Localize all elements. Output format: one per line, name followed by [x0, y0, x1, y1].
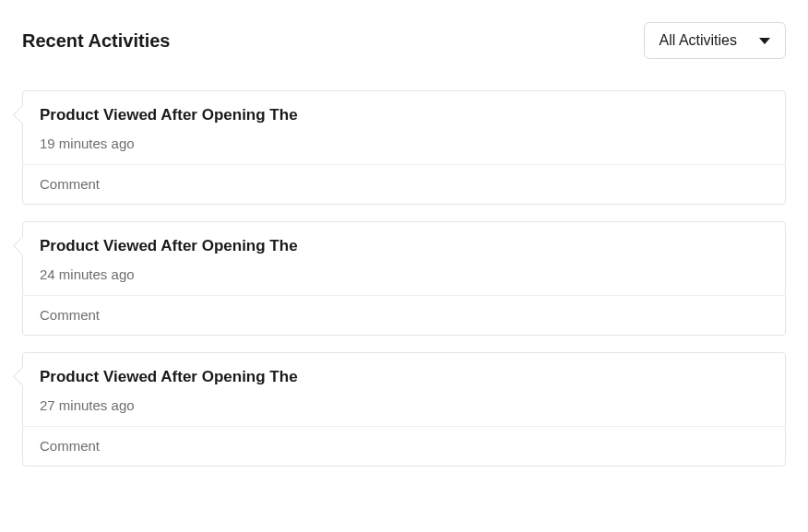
activity-card-body: Product Viewed After Opening The 19 minu… — [23, 91, 785, 164]
activity-title: Product Viewed After Opening The — [40, 237, 768, 255]
activity-time: 27 minutes ago — [40, 397, 768, 413]
activity-card-body: Product Viewed After Opening The 24 minu… — [23, 222, 785, 295]
activity-card-footer: Comment — [23, 426, 785, 466]
section-title: Recent Activities — [22, 30, 170, 52]
activity-title: Product Viewed After Opening The — [40, 106, 768, 124]
activity-card: Product Viewed After Opening The 27 minu… — [22, 352, 786, 467]
comment-button[interactable]: Comment — [40, 438, 100, 454]
comment-button[interactable]: Comment — [40, 176, 100, 192]
activity-card-footer: Comment — [23, 164, 785, 204]
activity-title: Product Viewed After Opening The — [40, 368, 768, 386]
activity-filter-select[interactable]: All Activities — [644, 22, 786, 59]
activity-card: Product Viewed After Opening The 19 minu… — [22, 90, 786, 205]
activity-time: 19 minutes ago — [40, 136, 768, 151]
activities-header: Recent Activities All Activities — [22, 22, 786, 59]
activity-card: Product Viewed After Opening The 24 minu… — [22, 221, 786, 336]
activity-card-body: Product Viewed After Opening The 27 minu… — [23, 353, 785, 426]
filter-selected-label: All Activities — [659, 32, 737, 49]
caret-down-icon — [759, 38, 770, 44]
activity-time: 24 minutes ago — [40, 266, 768, 282]
comment-button[interactable]: Comment — [40, 307, 100, 323]
activity-card-footer: Comment — [23, 295, 785, 335]
